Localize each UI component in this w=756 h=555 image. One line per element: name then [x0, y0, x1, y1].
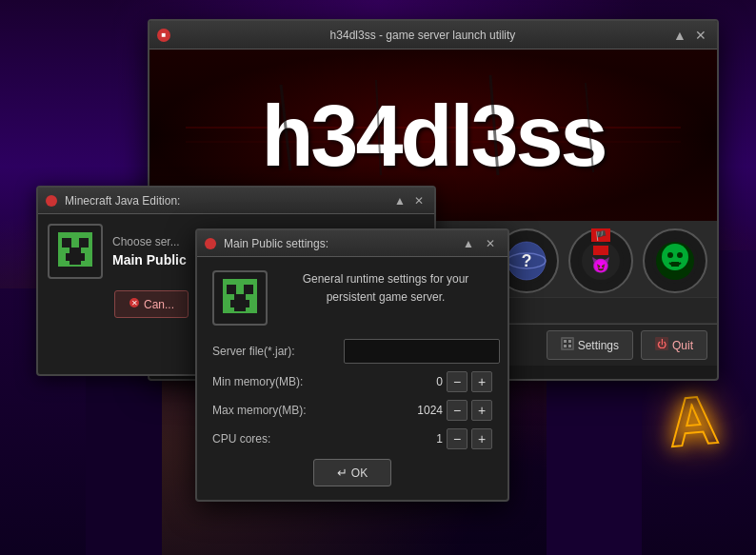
min-memory-row: Min memory(MB): 0 − +: [212, 371, 492, 392]
ok-button-row: ↵ OK: [212, 459, 492, 486]
min-memory-control: 0 − +: [408, 371, 492, 392]
settings-dialog-icon: [205, 238, 216, 249]
main-window-titlebar: ■ h34dl3ss - game server launch utility …: [149, 21, 717, 50]
max-memory-decrement-button[interactable]: −: [447, 400, 468, 421]
settings-titlebar: Main Public settings: ▲ ✕: [197, 230, 507, 257]
cpu-cores-value: 1: [408, 432, 443, 446]
mje-choose-server-label: Choose ser...: [112, 235, 187, 248]
neon-sign: A: [666, 380, 722, 462]
building-left-2: [86, 365, 162, 555]
server-icon-ghost[interactable]: [643, 228, 707, 293]
svg-rect-46: [75, 261, 81, 265]
cpu-cores-control: 1 − +: [408, 428, 492, 449]
settings-minimize-button[interactable]: ▲: [458, 235, 479, 252]
server-icon-red[interactable]: 😈 🏴: [568, 228, 633, 293]
settings-body: General runtime settings for your persis…: [197, 257, 507, 500]
quit-icon: ⏻: [655, 337, 668, 353]
quit-button[interactable]: ⏻ Quit: [641, 330, 707, 360]
cpu-cores-decrement-button[interactable]: −: [447, 428, 468, 449]
max-memory-value: 1024: [408, 404, 443, 417]
svg-text:✕: ✕: [131, 299, 138, 307]
mje-window-icon: [46, 195, 57, 207]
svg-rect-56: [240, 307, 246, 311]
main-window-minimize-button[interactable]: ▲: [671, 27, 688, 44]
mje-server-icon: [48, 224, 103, 279]
svg-text:?: ?: [522, 251, 532, 270]
main-window-close-button[interactable]: ✕: [692, 27, 709, 44]
svg-rect-42: [79, 238, 89, 248]
min-memory-decrement-button[interactable]: −: [447, 371, 468, 392]
banner-text: h34dl3ss: [186, 66, 681, 205]
svg-rect-53: [234, 294, 246, 300]
ok-icon: ↵: [337, 466, 348, 480]
min-memory-increment-button[interactable]: +: [471, 371, 492, 392]
cpu-cores-label: CPU cores:: [212, 432, 336, 446]
max-memory-row: Max memory(MB): 1024 − +: [212, 400, 492, 421]
banner: h34dl3ss: [149, 50, 717, 221]
cpu-cores-row: CPU cores: 1 − +: [212, 428, 492, 449]
settings-dialog-title: Main Public settings:: [224, 237, 458, 250]
server-file-label: Server file(*.jar):: [212, 345, 336, 358]
main-window-icon: ■: [157, 29, 170, 42]
settings-description: General runtime settings for your persis…: [279, 270, 492, 326]
mje-cancel-button-label: Can...: [144, 298, 174, 311]
settings-header-row: General runtime settings for your persis…: [212, 270, 492, 326]
svg-rect-44: [66, 253, 85, 261]
svg-rect-29: [671, 262, 675, 267]
svg-rect-35: [564, 345, 567, 347]
main-window-title: h34dl3ss - game server launch utility: [178, 29, 667, 42]
min-memory-value: 0: [408, 375, 443, 388]
svg-text:⏻: ⏻: [657, 339, 666, 349]
settings-dialog: Main Public settings: ▲ ✕ General runtim: [195, 228, 509, 502]
max-memory-label: Max memory(MB):: [212, 404, 336, 417]
svg-rect-33: [564, 340, 567, 343]
settings-icon: [561, 337, 574, 353]
quit-button-label: Quit: [672, 339, 693, 352]
svg-rect-43: [70, 248, 81, 253]
max-memory-control: 1024 − +: [408, 400, 492, 421]
ok-button-label: OK: [351, 466, 368, 480]
svg-text:h34dl3ss: h34dl3ss: [261, 89, 605, 184]
cpu-cores-increment-button[interactable]: +: [471, 428, 492, 449]
max-memory-increment-button[interactable]: +: [471, 400, 492, 421]
svg-text:😈: 😈: [591, 256, 610, 274]
svg-rect-30: [675, 262, 679, 267]
settings-button[interactable]: Settings: [547, 330, 633, 360]
ok-button[interactable]: ↵ OK: [313, 459, 391, 486]
svg-point-28: [677, 252, 683, 258]
svg-rect-22: [593, 246, 608, 255]
svg-rect-45: [70, 261, 75, 265]
settings-button-label: Settings: [578, 339, 619, 352]
svg-rect-34: [568, 340, 571, 343]
svg-rect-54: [230, 300, 249, 307]
min-memory-label: Min memory(MB):: [212, 375, 336, 388]
settings-creeper-icon: [212, 270, 268, 326]
mje-cancel-button[interactable]: ✕ Can...: [114, 290, 189, 318]
svg-point-27: [667, 252, 673, 258]
svg-rect-51: [227, 285, 236, 294]
mje-server-name: Main Public: [112, 252, 187, 268]
server-file-row: Server file(*.jar):: [212, 339, 492, 364]
svg-rect-41: [62, 238, 71, 248]
svg-rect-55: [234, 307, 240, 311]
svg-rect-52: [244, 285, 253, 294]
settings-close-button[interactable]: ✕: [481, 235, 500, 252]
svg-rect-36: [568, 345, 571, 347]
server-file-input[interactable]: [344, 339, 500, 364]
cancel-icon: ✕: [129, 297, 140, 311]
